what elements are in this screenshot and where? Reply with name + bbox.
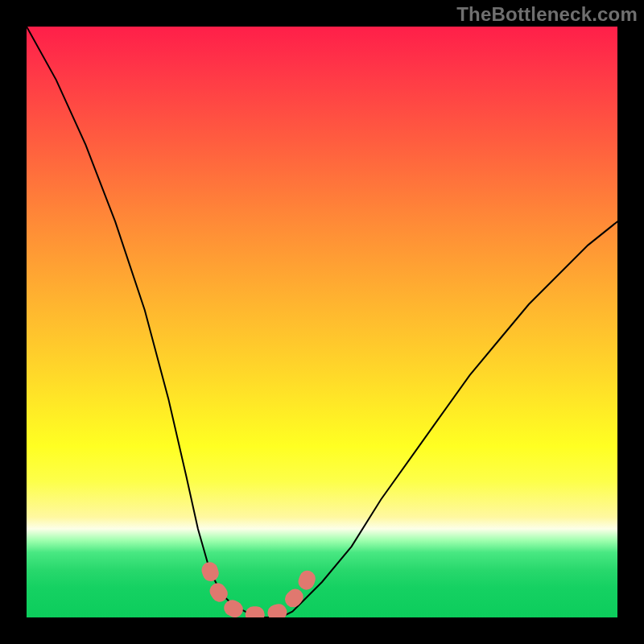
right-curve (269, 221, 617, 617)
plot-area (27, 27, 617, 617)
curve-layer (27, 27, 617, 617)
watermark-text: TheBottleneck.com (456, 3, 638, 26)
chart-frame: TheBottleneck.com (0, 0, 644, 644)
v-curve (27, 27, 617, 617)
left-curve (27, 27, 269, 617)
